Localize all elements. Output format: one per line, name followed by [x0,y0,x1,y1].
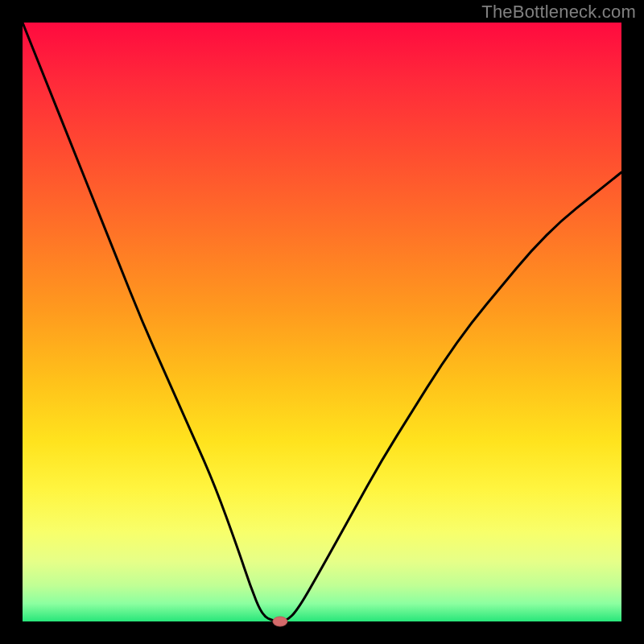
gradient-background [23,23,621,621]
chart-frame: { "watermark": "TheBottleneck.com", "col… [0,0,644,644]
bottleneck-chart [0,0,644,644]
optimal-point-marker [273,617,287,626]
watermark-text: TheBottleneck.com [481,2,636,23]
